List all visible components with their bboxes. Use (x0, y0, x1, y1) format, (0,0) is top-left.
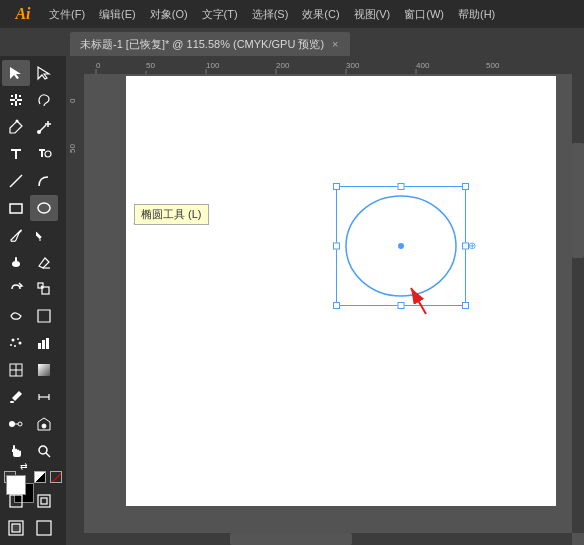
tool-row-5 (2, 168, 64, 194)
svg-rect-35 (38, 364, 50, 376)
line-tool[interactable] (2, 168, 30, 194)
tool-row-14 (2, 411, 64, 437)
none-color-button[interactable] (50, 471, 62, 483)
symbol-spray-tool[interactable] (2, 330, 30, 356)
svg-text:300: 300 (346, 61, 360, 70)
draw-mode-inside[interactable] (30, 488, 58, 514)
svg-rect-51 (37, 521, 51, 535)
menu-type[interactable]: 文字(T) (195, 0, 245, 28)
svg-rect-5 (19, 95, 21, 97)
left-toolbar: ⇄ (0, 56, 66, 545)
svg-text:400: 400 (416, 61, 430, 70)
gradient-swatch-button[interactable] (34, 471, 46, 483)
svg-rect-18 (15, 257, 17, 262)
pencil-tool[interactable] (30, 222, 58, 248)
svg-point-41 (18, 422, 22, 426)
svg-line-45 (46, 453, 50, 457)
svg-rect-6 (11, 103, 13, 105)
scale-tool[interactable] (30, 276, 58, 302)
svg-text:500: 500 (486, 61, 500, 70)
measure-tool[interactable] (30, 384, 58, 410)
tool-row-6 (2, 195, 64, 221)
tool-row-9 (2, 276, 64, 302)
eraser-tool[interactable] (30, 249, 58, 275)
scrollbar-vertical[interactable] (572, 74, 584, 533)
rotate-tool[interactable] (2, 276, 30, 302)
ellipse-object[interactable]: ⊕ (336, 186, 466, 306)
mesh-tool[interactable] (2, 357, 30, 383)
svg-point-9 (37, 130, 41, 134)
color-swatch-section: ⇄ (2, 469, 64, 485)
selection-tool[interactable] (2, 60, 30, 86)
tool-row-8 (2, 249, 64, 275)
zoom-tool[interactable] (30, 438, 58, 464)
free-transform-tool[interactable] (30, 303, 58, 329)
tool-row-extra-1 (2, 488, 64, 514)
app-logo: Ai (8, 0, 38, 28)
svg-point-12 (45, 151, 51, 157)
tool-row-15 (2, 438, 64, 464)
svg-point-25 (17, 338, 19, 340)
svg-point-28 (10, 344, 12, 346)
ellipse-tool[interactable] (30, 195, 58, 221)
menu-window[interactable]: 窗口(W) (397, 0, 451, 28)
svg-rect-50 (12, 524, 20, 532)
tab-bar: 未标题-1 [已恢复]* @ 115.58% (CMYK/GPU 预览) × (0, 28, 584, 56)
live-paint-tool[interactable] (30, 411, 58, 437)
menu-file[interactable]: 文件(F) (42, 0, 92, 28)
document-canvas[interactable]: ⊕ (126, 76, 556, 506)
gradient-tool[interactable] (30, 357, 58, 383)
tool-row-11 (2, 330, 64, 356)
column-graph-tool[interactable] (30, 330, 58, 356)
menu-effect[interactable]: 效果(C) (295, 0, 346, 28)
crosshair-handle: ⊕ (468, 241, 476, 251)
svg-text:200: 200 (276, 61, 290, 70)
menu-edit[interactable]: 编辑(E) (92, 0, 143, 28)
touch-type-tool[interactable] (30, 141, 58, 167)
ruler-vertical: 0 50 (66, 56, 84, 545)
pen-tool[interactable] (2, 114, 30, 140)
screen-mode-full[interactable] (30, 515, 58, 541)
add-anchor-tool[interactable] (30, 114, 58, 140)
magic-wand-tool[interactable] (2, 87, 30, 113)
svg-point-43 (42, 424, 46, 428)
blend-tool[interactable] (2, 411, 30, 437)
svg-rect-4 (11, 95, 13, 97)
lasso-tool[interactable] (30, 87, 58, 113)
tool-row-2 (2, 87, 64, 113)
menu-object[interactable]: 对象(O) (143, 0, 195, 28)
svg-text:0: 0 (96, 61, 101, 70)
canvas-area: 0 50 100 200 300 400 500 0 50 (66, 56, 584, 545)
rect-tool[interactable] (2, 195, 30, 221)
arc-tool[interactable] (30, 168, 58, 194)
svg-text:50: 50 (68, 144, 77, 153)
svg-rect-7 (19, 103, 21, 105)
title-bar: Ai 文件(F) 编辑(E) 对象(O) 文字(T) 选择(S) 效果(C) 视… (0, 0, 584, 28)
svg-rect-52 (66, 56, 584, 74)
svg-rect-36 (10, 401, 14, 403)
svg-point-15 (38, 203, 50, 213)
swap-colors-button[interactable]: ⇄ (20, 461, 28, 471)
direct-selection-tool[interactable] (30, 60, 58, 86)
menu-select[interactable]: 选择(S) (245, 0, 296, 28)
tool-row-12 (2, 357, 64, 383)
active-tab[interactable]: 未标题-1 [已恢复]* @ 115.58% (CMYK/GPU 预览) × (70, 32, 350, 56)
svg-point-24 (12, 339, 15, 342)
screen-mode-normal[interactable] (2, 515, 30, 541)
draw-mode-normal[interactable] (2, 488, 30, 514)
svg-line-13 (10, 175, 22, 187)
type-tool[interactable] (2, 141, 30, 167)
svg-rect-66 (66, 56, 84, 545)
menu-help[interactable]: 帮助(H) (451, 0, 502, 28)
blob-brush-tool[interactable] (2, 249, 30, 275)
scrollbar-horizontal[interactable] (84, 533, 572, 545)
tool-row-10 (2, 303, 64, 329)
menu-view[interactable]: 视图(V) (347, 0, 398, 28)
warp-tool[interactable] (2, 303, 30, 329)
eyedropper-tool[interactable] (2, 384, 30, 410)
svg-rect-2 (10, 99, 15, 101)
paintbrush-tool[interactable] (2, 222, 30, 248)
svg-text:100: 100 (206, 61, 220, 70)
tab-close-button[interactable]: × (330, 37, 340, 51)
svg-rect-46 (10, 495, 22, 507)
